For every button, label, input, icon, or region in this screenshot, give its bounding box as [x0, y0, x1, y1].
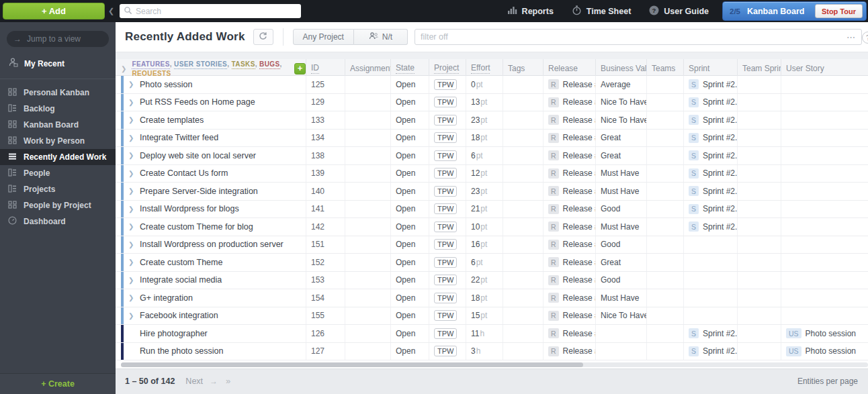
cell-state[interactable]: Open: [391, 94, 429, 111]
cell-user-story[interactable]: USPhoto session: [781, 343, 868, 360]
expand-chevron-icon[interactable]: ❯: [128, 116, 134, 124]
cell-assignments[interactable]: [345, 76, 391, 93]
cell-team-sprint[interactable]: [738, 272, 781, 289]
topbar-nav-time-sheet[interactable]: Time Sheet: [572, 5, 631, 17]
project-badge[interactable]: TPW: [434, 293, 457, 303]
project-badge[interactable]: TPW: [434, 203, 457, 214]
project-badge[interactable]: TPW: [434, 97, 457, 107]
table-row[interactable]: ❯ Hire photographer 126 Open TPW 11h RRe…: [116, 325, 868, 343]
column-header-teams[interactable]: Teams: [647, 59, 684, 78]
cell-effort[interactable]: 10pt: [466, 218, 503, 236]
sidebar-item-dashboard[interactable]: Dashboard: [0, 213, 116, 230]
cell-tags[interactable]: [503, 289, 544, 307]
column-header-tags[interactable]: Tags: [503, 59, 544, 78]
cell-team-sprint[interactable]: [738, 201, 781, 218]
cell-release[interactable]: RRelease #3: [544, 289, 596, 307]
next-page-button[interactable]: Next: [185, 377, 203, 386]
cell-tags[interactable]: [503, 111, 544, 129]
cell-state[interactable]: Open: [391, 218, 429, 236]
project-badge[interactable]: TPW: [434, 239, 457, 250]
sidebar-item-people-by-project[interactable]: People by Project: [0, 197, 116, 213]
cell-teams[interactable]: [647, 130, 684, 147]
cell-tags[interactable]: [503, 218, 544, 236]
cell-teams[interactable]: [647, 325, 684, 342]
stop-tour-button[interactable]: Stop Tour: [815, 4, 863, 18]
project-badge[interactable]: TPW: [434, 79, 457, 90]
table-row[interactable]: ❯ Run the photo session 127 Open TPW 3h …: [116, 343, 868, 361]
column-header-team-sprint[interactable]: Team Sprint: [738, 59, 781, 78]
table-row[interactable]: ❯ Prepare Server-Side integration 140 Op…: [116, 183, 868, 201]
expand-chevron-icon[interactable]: ❯: [128, 170, 134, 177]
header-chevron-icon[interactable]: ❯: [121, 65, 126, 72]
scrollbar-thumb[interactable]: [121, 362, 583, 367]
column-header-sprint[interactable]: Sprint: [684, 59, 738, 78]
cell-teams[interactable]: [647, 94, 684, 111]
cell-release[interactable]: RRelease #2: [544, 343, 596, 360]
cell-state[interactable]: Open: [391, 111, 429, 129]
entity-name[interactable]: Facebook integration: [140, 311, 218, 320]
entity-name[interactable]: Photo session: [140, 80, 193, 89]
cell-effort[interactable]: 23pt: [466, 111, 503, 129]
cell-state[interactable]: Open: [391, 272, 429, 289]
cell-business-value[interactable]: Great: [596, 147, 647, 164]
any-project-button[interactable]: Any Project: [293, 29, 354, 45]
cell-tags[interactable]: [503, 94, 544, 111]
cell-business-value[interactable]: Nice To Have: [596, 307, 647, 325]
expand-chevron-icon[interactable]: ❯: [128, 81, 134, 88]
expand-chevron-icon[interactable]: ❯: [128, 241, 134, 248]
cell-tags[interactable]: [503, 201, 544, 218]
add-button[interactable]: + Add: [3, 3, 105, 19]
cell-release[interactable]: RRelease #3: [544, 307, 596, 325]
expand-chevron-icon[interactable]: ❯: [128, 258, 134, 266]
cell-teams[interactable]: [647, 307, 684, 325]
cell-release[interactable]: RRelease #3: [544, 236, 596, 254]
cell-team-sprint[interactable]: [738, 183, 781, 200]
column-header-business-value[interactable]: Business Value: [596, 59, 647, 78]
project-badge[interactable]: TPW: [434, 221, 457, 232]
cell-sprint[interactable]: SSprint #2.3: [684, 147, 738, 164]
cell-tags[interactable]: [503, 183, 544, 200]
cell-assignments[interactable]: [345, 130, 391, 147]
cell-state[interactable]: Open: [391, 236, 429, 254]
cell-effort[interactable]: 16pt: [466, 236, 503, 254]
entity-name[interactable]: Install Wordpress on production server: [140, 240, 284, 249]
entity-tab-user-stories[interactable]: USER STORIES,: [174, 60, 231, 69]
cell-effort[interactable]: 13pt: [466, 94, 503, 111]
cell-user-story[interactable]: [781, 130, 868, 147]
cell-state[interactable]: Open: [391, 289, 429, 307]
column-header-project[interactable]: Project: [429, 59, 466, 78]
cell-team-sprint[interactable]: [738, 307, 781, 325]
cell-business-value[interactable]: Great: [596, 254, 647, 271]
cell-tags[interactable]: [503, 343, 544, 360]
table-row[interactable]: ❯ Install Wordpress on production server…: [116, 236, 868, 254]
cell-teams[interactable]: [647, 254, 684, 271]
project-badge[interactable]: TPW: [434, 310, 457, 321]
cell-team-sprint[interactable]: [738, 218, 781, 236]
table-row[interactable]: ❯ Deploy web site on local server 138 Op…: [116, 147, 868, 165]
cell-sprint[interactable]: [684, 307, 738, 325]
cell-business-value[interactable]: Must Have: [596, 183, 647, 200]
sidebar-item-recently-added-work[interactable]: Recently Added Work: [0, 149, 116, 165]
entity-name[interactable]: Prepare Server-Side integration: [140, 187, 258, 196]
cell-user-story[interactable]: [781, 236, 868, 254]
cell-release[interactable]: RRelease #2: [544, 218, 596, 236]
column-header-release[interactable]: Release: [544, 59, 596, 78]
cell-user-story[interactable]: [781, 218, 868, 236]
cell-release[interactable]: RRelease #2: [544, 165, 596, 183]
cell-assignments[interactable]: [345, 201, 391, 218]
cell-team-sprint[interactable]: [738, 165, 781, 183]
cell-effort[interactable]: 23pt: [466, 183, 503, 200]
topbar-nav-user-guide[interactable]: ? User Guide: [649, 5, 709, 17]
filter-input-box[interactable]: ⋯: [415, 29, 862, 45]
cell-effort[interactable]: 3h: [466, 343, 503, 360]
cell-user-story[interactable]: [781, 307, 868, 325]
cell-teams[interactable]: [647, 289, 684, 307]
table-row[interactable]: ❯ Integrate social media 153 Open TPW 22…: [116, 272, 868, 290]
table-row[interactable]: ❯ Create custom Theme 152 Open TPW 6pt R…: [116, 254, 868, 272]
column-header-effort[interactable]: Effort: [466, 59, 503, 78]
project-badge[interactable]: TPW: [434, 132, 457, 143]
cell-sprint[interactable]: SSprint #2.3: [684, 94, 738, 111]
cell-release[interactable]: RRelease #2: [544, 325, 596, 342]
cell-sprint[interactable]: [684, 289, 738, 307]
sidebar-item-people[interactable]: People: [0, 165, 116, 181]
